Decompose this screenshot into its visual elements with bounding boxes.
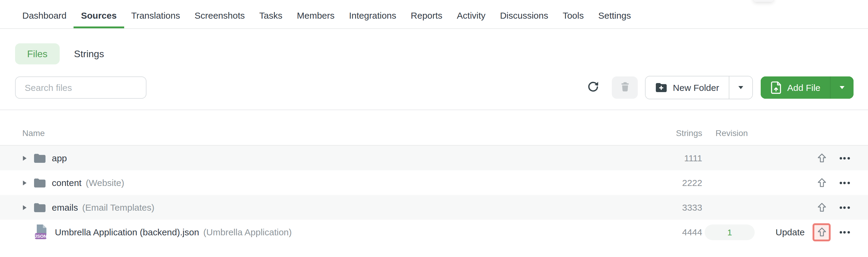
ellipsis-icon	[839, 206, 842, 209]
name-cell: app	[0, 153, 630, 163]
chevron-down-icon	[738, 86, 743, 89]
name-cell: content (Website)	[0, 178, 630, 188]
new-folder-dropdown-button[interactable]	[729, 76, 752, 99]
column-header-revision: Revision	[702, 128, 763, 138]
svg-text:JSON: JSON	[34, 233, 47, 238]
new-folder-label: New Folder	[673, 82, 719, 93]
file-upload-icon	[770, 81, 782, 94]
file-annotation: (Umbrella Application)	[204, 227, 292, 237]
table-row[interactable]: emails (Email Templates) 3333	[0, 195, 868, 220]
nav-item-screenshots[interactable]: Screenshots	[187, 5, 252, 28]
upload-cell	[811, 198, 832, 216]
cutoff-popover-remnant	[753, 0, 773, 2]
tab-files-label: Files	[27, 48, 48, 59]
file-name: Umbrella Application (backend).json	[55, 227, 199, 237]
upload-arrow-icon	[816, 227, 827, 237]
sources-files-page: Dashboard Sources Translations Screensho…	[0, 0, 868, 257]
expand-caret-icon[interactable]	[23, 156, 27, 160]
tab-strings-label: Strings	[74, 48, 104, 59]
ellipsis-icon	[839, 181, 842, 184]
nav-item-activity[interactable]: Activity	[450, 5, 493, 28]
expand-caret-icon[interactable]	[23, 180, 27, 185]
table-row[interactable]: app 1111	[0, 146, 868, 170]
table-row[interactable]: content (Website) 2222	[0, 170, 868, 195]
project-nav: Dashboard Sources Translations Screensho…	[0, 0, 868, 29]
upload-cell	[811, 223, 832, 241]
refresh-button[interactable]	[587, 81, 599, 95]
file-annotation: (Email Templates)	[82, 202, 155, 213]
folder-icon	[34, 153, 46, 163]
revision-badge: 1	[705, 224, 755, 240]
file-list: app 1111	[0, 146, 868, 244]
add-file-split-button: Add File	[761, 76, 854, 99]
row-menu-button[interactable]	[832, 206, 857, 209]
file-name: app	[52, 153, 67, 163]
ellipsis-icon	[839, 157, 842, 159]
strings-count: 4444	[630, 227, 702, 237]
nav-item-sources[interactable]: Sources	[74, 5, 124, 28]
upload-button[interactable]	[812, 223, 831, 241]
upload-cell	[811, 149, 832, 167]
upload-arrow-icon	[816, 178, 827, 188]
expand-caret-icon[interactable]	[23, 205, 27, 210]
row-menu-button[interactable]	[832, 181, 857, 184]
upload-arrow-icon	[816, 202, 827, 213]
nav-item-discussions[interactable]: Discussions	[493, 5, 555, 28]
strings-count: 3333	[630, 202, 702, 213]
add-file-label: Add File	[787, 82, 820, 93]
chevron-down-icon	[840, 86, 844, 89]
search-input[interactable]	[15, 76, 147, 99]
strings-count: 1111	[630, 153, 702, 163]
ellipsis-icon	[839, 231, 842, 233]
revision-cell: 1	[702, 224, 763, 240]
table-header: Name Strings Revision	[0, 110, 868, 146]
toolbar-actions: New Folder Add File	[587, 76, 854, 99]
row-menu-button[interactable]	[832, 231, 857, 233]
new-folder-split-button: New Folder	[645, 76, 753, 99]
trash-icon	[619, 81, 631, 95]
column-header-name: Name	[0, 128, 630, 138]
upload-button[interactable]	[812, 198, 831, 216]
add-file-dropdown-button[interactable]	[830, 76, 854, 99]
file-name: content	[52, 178, 82, 188]
nav-item-translations[interactable]: Translations	[124, 5, 187, 28]
add-file-button[interactable]: Add File	[761, 76, 830, 99]
name-cell: JSON Umbrella Application (backend).json…	[0, 224, 630, 240]
strings-count: 2222	[630, 178, 702, 188]
folder-icon	[34, 178, 46, 187]
delete-button[interactable]	[612, 76, 638, 99]
nav-item-tasks[interactable]: Tasks	[252, 5, 290, 28]
row-menu-button[interactable]	[832, 157, 857, 159]
nav-item-reports[interactable]: Reports	[404, 5, 450, 28]
view-tabs: Files Strings	[15, 43, 868, 64]
refresh-icon	[587, 81, 599, 95]
update-link[interactable]: Update	[763, 227, 811, 237]
nav-item-dashboard[interactable]: Dashboard	[15, 5, 74, 28]
file-name: emails	[52, 202, 78, 213]
nav-item-settings[interactable]: Settings	[591, 5, 638, 28]
upload-button[interactable]	[812, 149, 831, 167]
upload-button[interactable]	[812, 174, 831, 192]
nav-item-members[interactable]: Members	[290, 5, 342, 28]
name-cell: emails (Email Templates)	[0, 202, 630, 213]
table-row[interactable]: JSON Umbrella Application (backend).json…	[0, 220, 868, 244]
json-file-icon: JSON	[34, 224, 49, 240]
nav-item-tools[interactable]: Tools	[555, 5, 591, 28]
upload-arrow-icon	[816, 153, 827, 163]
folder-plus-icon	[655, 82, 668, 93]
folder-icon	[34, 203, 46, 212]
nav-item-integrations[interactable]: Integrations	[342, 5, 404, 28]
tab-files[interactable]: Files	[15, 43, 60, 64]
upload-cell	[811, 174, 832, 192]
file-annotation: (Website)	[86, 178, 124, 188]
tab-strings[interactable]: Strings	[74, 48, 104, 59]
new-folder-button[interactable]: New Folder	[646, 76, 729, 99]
files-toolbar: New Folder Add File	[0, 76, 868, 99]
column-header-strings: Strings	[630, 128, 702, 138]
